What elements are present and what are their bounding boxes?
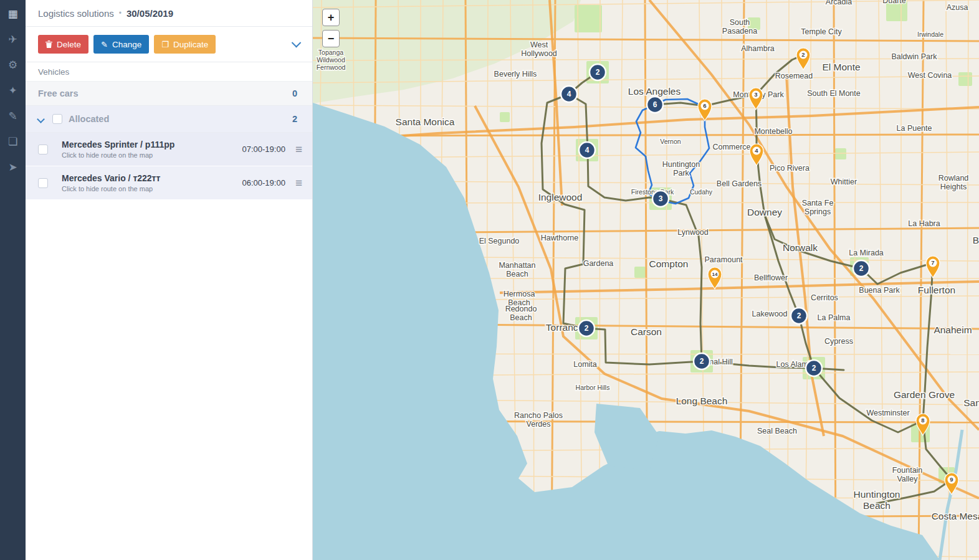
- map-place-label: Bellflower: [754, 273, 788, 282]
- map-place-label: Whittier: [831, 178, 857, 186]
- route-stop-cluster-marker[interactable]: 2: [853, 260, 869, 277]
- vehicle-route-toggle-hint[interactable]: Click to hide route on the map: [62, 185, 242, 192]
- vehicle-name: Mercedes Sprinter / p111pp: [62, 140, 242, 149]
- map-place-label: Downey: [747, 207, 782, 217]
- allocated-label: Allocated: [69, 114, 109, 124]
- zoom-controls: + −: [322, 9, 340, 47]
- svg-text:2: 2: [797, 311, 801, 320]
- map-place-label: Lomita: [573, 360, 597, 369]
- rocket-icon[interactable]: ➤: [4, 158, 22, 176]
- vehicle-checkbox[interactable]: [38, 178, 48, 188]
- route-stop-cluster-marker[interactable]: 2: [578, 320, 595, 336]
- svg-text:2: 2: [801, 51, 805, 58]
- route-stop-cluster-marker[interactable]: 2: [791, 308, 807, 324]
- svg-text:2: 2: [812, 364, 816, 373]
- map-container[interactable]: ArcadiaDuarteAzusaSouthPasadenaTemple Ci…: [313, 0, 979, 560]
- map-place-label: Cudahy: [690, 188, 713, 196]
- education-icon[interactable]: ✦: [4, 82, 22, 99]
- park-area: [575, 5, 602, 32]
- svg-text:2: 2: [596, 68, 600, 77]
- map-place-label: Brea: [973, 235, 979, 245]
- park-area: [958, 72, 972, 86]
- route-stop-cluster-marker[interactable]: 2: [806, 360, 822, 376]
- vehicle-time-window: 06:00-19:00: [242, 178, 285, 187]
- plane-icon[interactable]: ✈: [4, 31, 22, 48]
- map-place-label: Bell Gardens: [717, 179, 762, 188]
- vehicle-checkbox[interactable]: [38, 145, 48, 154]
- vehicle-time-window: 07:00-19:00: [242, 145, 285, 154]
- zoom-out-button[interactable]: −: [322, 30, 340, 47]
- map-place-label: Hawthorne: [541, 234, 578, 242]
- vehicle-route-toggle-hint[interactable]: Click to hide route on the map: [62, 151, 242, 159]
- vehicles-section-header: Vehicles: [26, 62, 312, 82]
- vehicle-menu-icon[interactable]: ≡: [295, 143, 302, 155]
- gear-icon[interactable]: ⚙: [4, 56, 22, 74]
- park-area: [500, 112, 510, 122]
- vehicle-row[interactable]: Mercedes Sprinter / p111ppClick to hide …: [26, 133, 312, 166]
- map-place-label: Harbor Hills: [576, 384, 610, 391]
- route-stop-cluster-marker[interactable]: 6: [647, 97, 663, 113]
- vehicle-menu-icon[interactable]: ≡: [295, 177, 302, 189]
- svg-text:4: 4: [755, 147, 758, 154]
- map-place-label: Lynwood: [677, 228, 709, 237]
- duplicate-button[interactable]: ❐ Duplicate: [154, 35, 216, 54]
- map-place-label: La Puente: [897, 124, 932, 133]
- map-place-label: Carson: [631, 326, 662, 337]
- map-place-label: Compton: [649, 259, 689, 269]
- svg-text:3: 3: [754, 91, 757, 98]
- map-place-label: El Segundo: [479, 237, 520, 245]
- map-place-label: Rosemead: [775, 72, 813, 80]
- pencil-tools-icon[interactable]: ✎: [4, 107, 22, 125]
- map-place-label: TopangaWildwoodFernwood: [317, 49, 346, 71]
- map-place-label: La Mirada: [849, 249, 884, 257]
- route-stop-cluster-marker[interactable]: 3: [652, 191, 669, 207]
- toolbar: Delete ✎ Change ❐ Duplicate: [26, 27, 312, 62]
- svg-text:4: 4: [567, 90, 571, 98]
- vehicle-info: Mercedes Sprinter / p111ppClick to hide …: [62, 140, 242, 159]
- date-label[interactable]: 30/05/2019: [127, 8, 173, 19]
- svg-text:14: 14: [712, 272, 718, 277]
- allocated-row[interactable]: Allocated 2: [26, 106, 312, 133]
- map-place-label: RowlandHeights: [938, 174, 969, 191]
- map-place-label: Duarte: [882, 0, 906, 5]
- modules-icon[interactable]: ▦: [4, 5, 22, 22]
- map-place-label: Alhambra: [741, 44, 775, 53]
- map-place-label: La Palma: [818, 313, 851, 322]
- map-place-label: Irwindale: [917, 31, 943, 38]
- route-stop-cluster-marker[interactable]: 4: [579, 142, 595, 158]
- delete-button[interactable]: Delete: [38, 35, 88, 54]
- map-place-label: Commerce: [712, 143, 750, 151]
- route-stop-cluster-marker[interactable]: 2: [694, 353, 710, 369]
- route-stop-cluster-marker[interactable]: 2: [590, 64, 606, 80]
- delete-button-label: Delete: [57, 40, 81, 49]
- map-place-label: Costa Mesa: [932, 511, 979, 521]
- left-panel: Logistics solutions • 30/05/2019 Delete …: [26, 0, 313, 560]
- route-stop-cluster-marker[interactable]: 4: [561, 86, 577, 102]
- map-place-label: Santa Monica: [396, 116, 455, 127]
- free-cars-row[interactable]: Free cars 0: [26, 82, 312, 106]
- map-place-label: Seal Beach: [757, 427, 797, 435]
- map-place-label: Pico Rivera: [770, 164, 809, 173]
- zoom-in-button[interactable]: +: [322, 9, 340, 26]
- map-place-label: Paramount: [704, 255, 743, 264]
- change-button[interactable]: ✎ Change: [93, 35, 149, 54]
- pencil-icon: ✎: [101, 40, 108, 49]
- allocated-checkbox[interactable]: [52, 114, 62, 124]
- svg-text:6: 6: [653, 100, 657, 109]
- chevron-down-icon[interactable]: [37, 115, 45, 123]
- icon-sidebar: ▦✈⚙✦✎❏➤: [0, 0, 26, 560]
- app-title: Logistics solutions: [38, 8, 114, 19]
- park-area: [634, 267, 646, 278]
- vehicle-list: Mercedes Sprinter / p111ppClick to hide …: [26, 133, 312, 200]
- map-place-label: Westminster: [866, 409, 909, 417]
- map-place-label: Azusa: [947, 3, 968, 12]
- vehicle-row[interactable]: Mercedes Vario / т222ттClick to hide rou…: [26, 166, 312, 200]
- map-place-label: Vernon: [660, 138, 681, 145]
- map-place-label: Los Angeles: [628, 86, 681, 97]
- map-place-label: El Monte: [822, 62, 860, 72]
- trash-icon: [45, 40, 52, 48]
- svg-text:7: 7: [931, 259, 934, 266]
- collapse-panel-chevron-icon[interactable]: [292, 37, 302, 47]
- map-place-label: Anaheim: [934, 325, 972, 335]
- documents-icon[interactable]: ❏: [4, 133, 22, 150]
